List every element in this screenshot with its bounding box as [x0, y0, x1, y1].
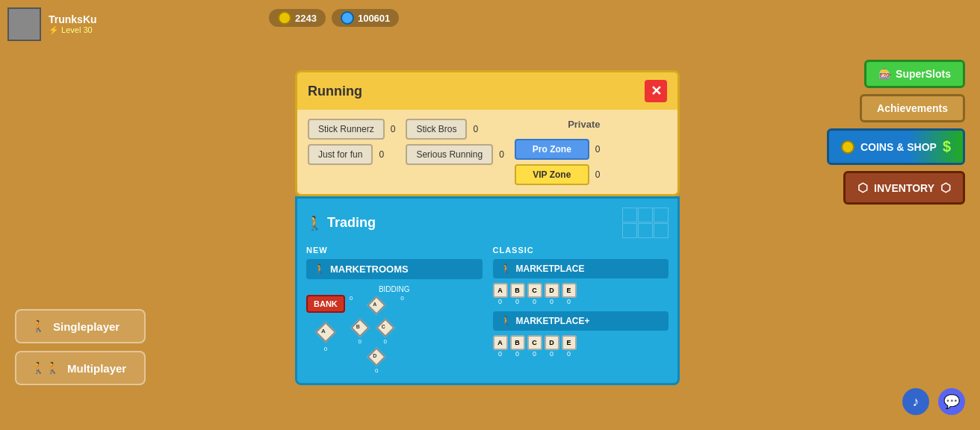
slot-row-top: A 0 B 0 C 0 D 0 — [493, 283, 669, 305]
bid-diamond-c[interactable]: C — [375, 317, 396, 338]
slot-row-bottom: A 0 B 0 C 0 D 0 — [493, 335, 669, 358]
marketplace-box[interactable]: 🚶 MARKETPLACE — [493, 259, 669, 278]
trading-body: NEW 🚶 MARKETROOMS BIDDING BANK — [306, 246, 669, 374]
running-col-3: Private Pro Zone 0 VIP Zone 0 — [515, 119, 601, 185]
just-for-fun-button[interactable]: Just for fun — [308, 144, 373, 165]
inventory-label: INVENTORY — [874, 182, 934, 194]
slot-d-top: D 0 — [545, 283, 559, 305]
bid-top-count: 0 — [350, 295, 353, 316]
slot-e-bot-btn[interactable]: E — [562, 335, 577, 350]
counter-2: 0 — [379, 149, 384, 160]
music-button[interactable]: ♪ — [902, 388, 929, 415]
row-vip-zone: VIP Zone 0 — [515, 164, 601, 185]
bank-section: BANK A 0 — [306, 295, 345, 352]
achievements-button[interactable]: Achievements — [860, 94, 965, 122]
stick-runnerz-button[interactable]: Stick Runnerz — [308, 119, 385, 140]
username: TrunksKu — [49, 13, 97, 25]
row-stick-bros: Stick Bros 0 — [406, 119, 503, 140]
bid-d: D 0 — [366, 346, 387, 374]
superslots-icon: 🎰 — [878, 68, 891, 80]
singleplayer-icon: 🚶 — [31, 320, 46, 333]
slot-e-top-btn[interactable]: E — [562, 283, 577, 298]
coin-shop-icon — [841, 140, 855, 154]
slot-c-bot-btn[interactable]: C — [527, 335, 542, 350]
row-serious-running: Serious Running 0 — [406, 144, 503, 165]
slot-c-bot: C 0 — [527, 335, 542, 358]
trading-icon: 🚶 — [306, 215, 323, 231]
serious-running-button[interactable]: Serious Running — [406, 144, 493, 165]
music-icon: ♪ — [913, 394, 919, 410]
trading-left: NEW 🚶 MARKETROOMS BIDDING BANK — [306, 246, 483, 374]
trading-right: CLASSIC 🚶 MARKETPLACE A 0 B 0 — [493, 246, 669, 374]
singleplayer-button[interactable]: 🚶 Singleplayer — [15, 309, 146, 343]
bank-bid-area: BIDDING BANK A 0 — [306, 285, 483, 374]
coin-icon — [278, 11, 291, 25]
marketrooms-icon: 🚶 — [314, 264, 326, 275]
bank-dia-count: 0 — [324, 346, 327, 352]
coins-pill: 2243 — [269, 9, 326, 27]
classic-label: CLASSIC — [493, 246, 669, 255]
slot-b-bot-btn[interactable]: B — [510, 335, 525, 350]
singleplayer-label: Singleplayer — [53, 320, 120, 333]
marketplace-plus-label: MARKETPLACE+ — [516, 316, 590, 326]
bid-diamond-b[interactable]: B — [350, 317, 370, 338]
pro-zone-button[interactable]: Pro Zone — [515, 139, 589, 160]
slot-c-top-btn[interactable]: C — [527, 283, 542, 298]
vip-zone-button[interactable]: VIP Zone — [515, 164, 589, 185]
grid-cell — [654, 223, 669, 238]
slot-a-top-btn[interactable]: A — [493, 283, 508, 298]
slot-a-bot-btn[interactable]: A — [493, 335, 508, 350]
inventory-icon-right: ⬡ — [940, 181, 951, 195]
superslots-button[interactable]: 🎰 SuperSlots — [864, 60, 965, 88]
bank-bid-layout: BANK A 0 0 — [306, 295, 483, 374]
slot-d-top-count: 0 — [550, 298, 553, 305]
bank-diamond-a[interactable]: A — [314, 320, 338, 344]
grid-cell — [638, 223, 653, 238]
right-panel: 🎰 SuperSlots Achievements COINS & SHOP $… — [827, 60, 965, 205]
marketrooms-box[interactable]: 🚶 MARKETROOMS — [306, 259, 483, 279]
level-label: ⚡ Level 30 — [49, 25, 97, 35]
running-header: Running ✕ — [297, 72, 677, 110]
slot-b-top-count: 0 — [515, 298, 519, 305]
counter-6: 0 — [595, 169, 601, 180]
slot-e-bot-count: 0 — [567, 350, 571, 358]
slot-d-bot-btn[interactable]: D — [545, 335, 559, 350]
modal-container: Running ✕ Stick Runnerz 0 Just for fun 0… — [295, 70, 680, 385]
stick-bros-button[interactable]: Stick Bros — [406, 119, 467, 140]
slot-c-top: C 0 — [527, 283, 542, 305]
bid-diamonds: 0 A 0 — [350, 295, 404, 374]
trading-header: 🚶 Trading — [306, 208, 669, 238]
gems-pill: 100601 — [332, 9, 399, 27]
slot-d-top-btn[interactable]: D — [545, 283, 559, 298]
counter-4: 0 — [499, 149, 504, 160]
trading-label: Trading — [327, 215, 376, 231]
row-just-for-fun: Just for fun 0 — [308, 144, 395, 165]
achievements-label: Achievements — [877, 102, 948, 114]
dollar-icon: $ — [943, 138, 951, 155]
slot-a-top: A 0 — [493, 283, 508, 305]
slot-b-bot: B 0 — [510, 335, 525, 358]
multiplayer-button[interactable]: 🚶🚶 Multiplayer — [15, 351, 146, 385]
bidding-label: BIDDING — [306, 285, 483, 293]
slot-d-bot-count: 0 — [550, 350, 553, 358]
close-button[interactable]: ✕ — [645, 80, 667, 102]
slot-e-top: E 0 — [562, 283, 577, 305]
coins-shop-button[interactable]: COINS & SHOP $ — [827, 128, 965, 165]
new-label: NEW — [306, 246, 483, 255]
slot-b-top-btn[interactable]: B — [510, 283, 525, 298]
slot-c-top-count: 0 — [533, 298, 536, 305]
coins-value: 2243 — [295, 13, 317, 24]
grid-cell — [622, 208, 637, 222]
top-bar: TrunksKu ⚡ Level 30 — [7, 7, 97, 41]
inventory-button[interactable]: ⬡ INVENTORY ⬡ — [843, 171, 965, 205]
bid-diamond-d[interactable]: D — [366, 346, 387, 367]
marketplace-plus-box[interactable]: 🚶 MARKETPLACE+ — [493, 311, 669, 331]
discord-button[interactable]: 💬 — [938, 388, 965, 415]
bid-diamond-top[interactable]: A — [366, 295, 387, 316]
marketrooms-label: MARKETROOMS — [330, 264, 409, 275]
slot-c-bot-count: 0 — [533, 350, 536, 358]
grid-overlay — [622, 208, 669, 238]
bid-c: C 0 — [375, 317, 396, 345]
slot-a-bot: A 0 — [493, 335, 508, 358]
slot-b-bot-count: 0 — [515, 350, 519, 358]
